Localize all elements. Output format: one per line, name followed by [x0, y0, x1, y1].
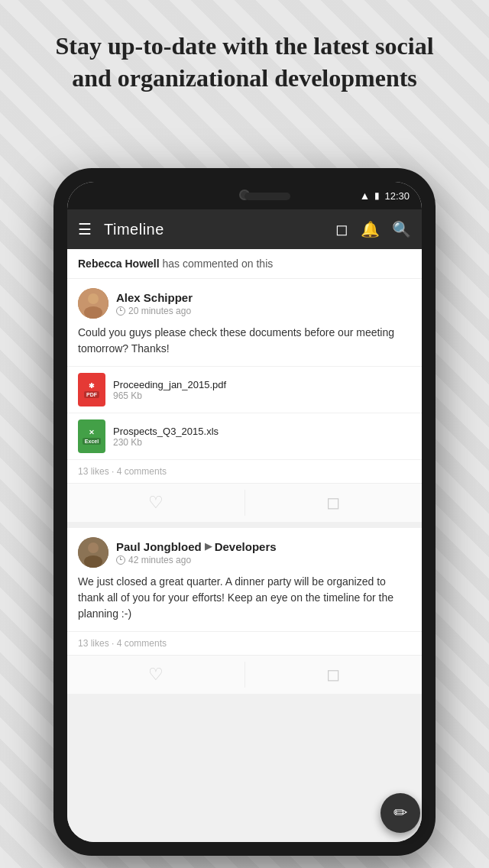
post-body-2: We just closed a great quarter. A dinner… — [67, 574, 422, 631]
phone-screen: ▲ ▮ 12:30 ☰ Timeline ◻ 🔔 🔍 Rebecca Howel… — [67, 182, 422, 842]
chat-icon[interactable]: ◻ — [335, 220, 348, 238]
svg-point-2 — [84, 306, 102, 319]
post-stats-2: 13 likes · 4 comments — [67, 631, 422, 655]
status-icons: ▲ ▮ 12:30 — [360, 189, 410, 202]
post-time-1: 20 minutes ago — [116, 306, 411, 316]
post-header-1: Alex Schipper 20 minutes ago — [67, 279, 422, 325]
app-bar-actions: ◻ 🔔 🔍 — [335, 220, 411, 238]
comment-button-1[interactable]: ◻ — [245, 484, 423, 522]
search-icon[interactable]: 🔍 — [392, 220, 411, 238]
excel-label: Excel — [83, 438, 101, 445]
svg-point-1 — [88, 293, 99, 304]
attachment-info-pdf: Proceeding_jan_2015.pdf 965 Kb — [113, 379, 411, 401]
attachment-size-excel: 230 Kb — [113, 437, 411, 448]
post-header-2: Paul Jongbloed ▶ Developers 42 minutes a… — [67, 528, 422, 574]
post-actions-1: ♡ ◻ — [67, 483, 422, 522]
battery-icon: ▮ — [374, 190, 380, 201]
attachment-pdf[interactable]: ✱ PDF Proceeding_jan_2015.pdf 965 Kb — [67, 366, 422, 413]
page-title-section: Stay up-to-date with the latest social a… — [0, 0, 489, 117]
app-bar-title: Timeline — [104, 221, 335, 238]
post-meta-2: Paul Jongbloed ▶ Developers 42 minutes a… — [116, 540, 411, 565]
attachment-excel[interactable]: ✕ Excel Prospects_Q3_2015.xls 230 Kb — [67, 413, 422, 459]
post-group: Developers — [215, 540, 277, 553]
like-button-2[interactable]: ♡ — [67, 656, 244, 694]
attachment-name-excel: Prospects_Q3_2015.xls — [113, 426, 411, 437]
comment-icon-2: ◻ — [326, 665, 340, 685]
page-title: Stay up-to-date with the latest social a… — [46, 31, 443, 94]
notification-rest: has commented on this — [160, 257, 274, 270]
svg-point-4 — [88, 542, 99, 553]
post-actions-2: ♡ ◻ — [67, 655, 422, 694]
app-bar: ☰ Timeline ◻ 🔔 🔍 — [67, 209, 422, 249]
avatar-svg-alex — [78, 288, 108, 319]
avatar-alex — [78, 288, 108, 319]
post-card-1: Rebecca Howell has commented on this — [67, 249, 422, 522]
post-meta-1: Alex Schipper 20 minutes ago — [116, 291, 411, 316]
hamburger-icon[interactable]: ☰ — [78, 220, 92, 238]
post-stats-1: 13 likes · 4 comments — [67, 459, 422, 483]
status-time: 12:30 — [384, 190, 410, 202]
clock-icon-2 — [116, 555, 125, 565]
pdf-icon: ✱ PDF — [78, 373, 105, 406]
excel-icon: ✕ Excel — [78, 419, 105, 453]
feed: Rebecca Howell has commented on this — [67, 249, 422, 842]
pdf-label: PDF — [84, 391, 99, 398]
fab-button[interactable]: ✏ — [381, 793, 420, 833]
avatar-img-alex — [78, 288, 108, 319]
phone-speaker — [244, 193, 290, 200]
comment-button-2[interactable]: ◻ — [245, 656, 423, 694]
post-author-2: Paul Jongbloed ▶ Developers — [116, 540, 411, 553]
phone-frame: ▲ ▮ 12:30 ☰ Timeline ◻ 🔔 🔍 Rebecca Howel… — [53, 168, 436, 856]
attachment-info-excel: Prospects_Q3_2015.xls 230 Kb — [113, 426, 411, 448]
attachment-name-pdf: Proceeding_jan_2015.pdf — [113, 379, 411, 390]
post-author-arrow: ▶ — [205, 541, 212, 552]
post-text-1: Could you guys please check these docume… — [78, 325, 411, 357]
clock-icon-1 — [116, 306, 125, 316]
heart-icon-1: ♡ — [148, 493, 164, 513]
svg-point-5 — [84, 555, 102, 568]
fab-edit-icon: ✏ — [393, 805, 407, 821]
post-author-1: Alex Schipper — [116, 291, 411, 304]
post-time-2: 42 minutes ago — [116, 555, 411, 565]
attachment-size-pdf: 965 Kb — [113, 390, 411, 401]
notification-bar: Rebecca Howell has commented on this — [67, 249, 422, 279]
avatar-svg-paul — [78, 537, 108, 568]
avatar-paul — [78, 537, 108, 568]
comment-icon-1: ◻ — [326, 493, 340, 513]
heart-icon-2: ♡ — [148, 665, 164, 685]
post-text-2: We just closed a great quarter. A dinner… — [78, 574, 411, 622]
notification-author: Rebecca Howell — [78, 257, 160, 270]
bell-icon[interactable]: 🔔 — [361, 220, 380, 238]
post-body-1: Could you guys please check these docume… — [67, 325, 422, 366]
post-card-2: Paul Jongbloed ▶ Developers 42 minutes a… — [67, 528, 422, 694]
notification-text: Rebecca Howell has commented on this — [78, 257, 273, 270]
wifi-icon: ▲ — [360, 189, 371, 202]
like-button-1[interactable]: ♡ — [67, 484, 244, 522]
